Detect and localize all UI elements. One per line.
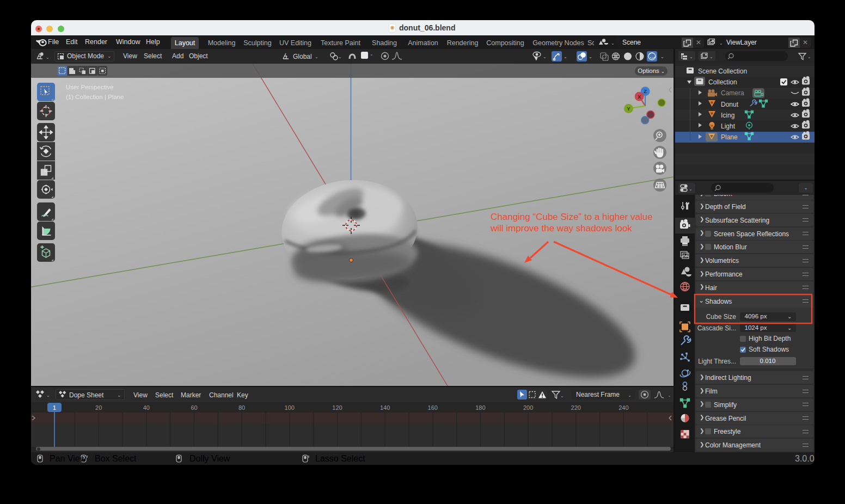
svg-text:⌄: ⌄ xyxy=(719,41,723,46)
svg-text:⌄: ⌄ xyxy=(689,54,693,59)
svg-text:1: 1 xyxy=(53,404,56,411)
svg-text:X: X xyxy=(638,94,641,100)
svg-text:140: 140 xyxy=(380,404,390,411)
svg-text:Icing: Icing xyxy=(721,112,734,119)
svg-text:⌄: ⌄ xyxy=(709,54,713,59)
svg-text:100: 100 xyxy=(285,404,295,411)
svg-text:⌄: ⌄ xyxy=(611,41,615,46)
svg-text:⌄: ⌄ xyxy=(807,54,811,59)
svg-text:⌄: ⌄ xyxy=(689,187,693,192)
svg-text:⌄: ⌄ xyxy=(589,54,592,59)
svg-text:Z: Z xyxy=(644,88,647,94)
svg-text:⌄: ⌄ xyxy=(660,54,664,59)
svg-text:Y: Y xyxy=(627,106,630,112)
svg-text:40: 40 xyxy=(143,404,150,411)
svg-text:⌄: ⌄ xyxy=(315,54,319,59)
svg-text:Donut: Donut xyxy=(721,101,739,108)
svg-text:Nearest Frame: Nearest Frame xyxy=(576,391,620,398)
svg-text:(1) Collection | Plane: (1) Collection | Plane xyxy=(66,94,124,100)
svg-text:⌄: ⌄ xyxy=(628,393,632,398)
svg-text:60: 60 xyxy=(191,404,197,411)
svg-text:Global: Global xyxy=(293,53,312,60)
svg-text:Plane: Plane xyxy=(721,133,738,141)
svg-text:220: 220 xyxy=(571,404,581,411)
svg-text:⌄: ⌄ xyxy=(46,393,50,398)
svg-text:160: 160 xyxy=(428,404,438,411)
svg-text:80: 80 xyxy=(238,404,245,411)
svg-text:User Perspective: User Perspective xyxy=(66,84,114,90)
svg-text:Collection: Collection xyxy=(708,78,737,86)
svg-text:Scene Collection: Scene Collection xyxy=(698,67,747,75)
svg-text:200: 200 xyxy=(523,404,533,411)
svg-text:Light: Light xyxy=(721,122,736,130)
svg-text:⌄: ⌄ xyxy=(46,55,50,60)
svg-text:⌄: ⌄ xyxy=(543,54,547,59)
svg-text:⌄: ⌄ xyxy=(668,393,671,398)
svg-text:120: 120 xyxy=(332,404,342,411)
svg-text:⌄: ⌄ xyxy=(560,394,564,398)
svg-text:20: 20 xyxy=(95,404,102,411)
svg-text:Camera: Camera xyxy=(721,89,744,97)
svg-text:240: 240 xyxy=(619,404,628,411)
svg-text:180: 180 xyxy=(475,404,485,411)
svg-text:⌄: ⌄ xyxy=(338,54,342,59)
svg-text:⌄: ⌄ xyxy=(564,54,567,59)
